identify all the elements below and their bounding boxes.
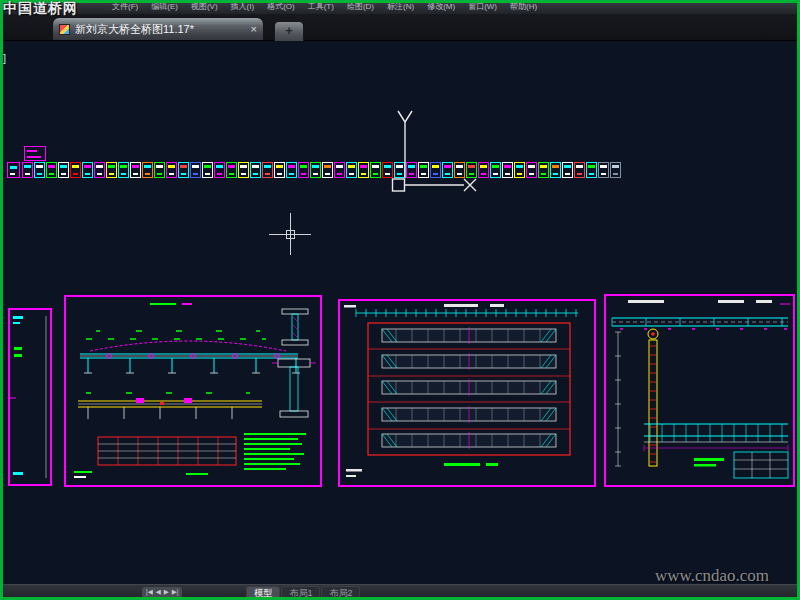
block-thumbnail[interactable]	[154, 162, 165, 178]
menu-item[interactable]: 编辑(E)	[151, 0, 178, 14]
block-thumbnail[interactable]	[538, 162, 549, 178]
block-thumbnail[interactable]	[598, 162, 609, 178]
block-thumbnail[interactable]	[586, 162, 597, 178]
block-thumbnail[interactable]	[118, 162, 129, 178]
drawing-sheet-bridge-elevation[interactable]	[64, 295, 322, 487]
sheet-d-drawing	[606, 296, 793, 485]
block-thumbnail[interactable]	[226, 162, 237, 178]
site-watermark-bottom: www.cndao.com	[655, 566, 769, 586]
menu-item[interactable]: 文件(F)	[112, 0, 138, 14]
drawing-sheet-a[interactable]	[8, 308, 52, 486]
pickbox-cursor	[286, 230, 295, 239]
drawing-sheet-pier-detail[interactable]	[604, 294, 795, 487]
document-tab-bar: 新刘京大桥全桥图11.17* × +	[0, 14, 800, 41]
layout-tab[interactable]: 布局2	[321, 586, 360, 599]
block-thumbnail[interactable]	[166, 162, 177, 178]
drawing-sheet-girder-table[interactable]	[338, 299, 596, 487]
layout-nav-icon[interactable]: |◀	[146, 589, 153, 596]
document-tab-active[interactable]: 新刘京大桥全桥图11.17* ×	[52, 17, 264, 40]
layout-nav-icon[interactable]: ▶	[164, 589, 169, 596]
site-watermark-top: 中国道桥网	[3, 0, 78, 18]
menu-item[interactable]: 帮助(H)	[510, 0, 537, 14]
block-thumbnail[interactable]	[550, 162, 561, 178]
block-thumbnail[interactable]	[190, 162, 201, 178]
block-thumbnail[interactable]	[334, 162, 345, 178]
sheet-b-drawing	[66, 297, 320, 485]
leader-entity-drawing	[380, 105, 485, 200]
block-thumbnail[interactable]	[298, 162, 309, 178]
document-tab-title: 新刘京大桥全桥图11.17*	[75, 22, 247, 37]
block-thumbnail[interactable]	[214, 162, 225, 178]
block-thumbnail[interactable]	[610, 162, 621, 178]
block-thumbnail[interactable]	[322, 162, 333, 178]
block-thumbnail[interactable]	[94, 162, 105, 178]
layout-nav-icon[interactable]: ▶|	[172, 589, 179, 596]
menu-item[interactable]: 格式(O)	[267, 0, 295, 14]
selected-block-icon[interactable]	[24, 146, 46, 161]
menu-item[interactable]: 视图(V)	[191, 0, 218, 14]
menu-item[interactable]: 修改(M)	[427, 0, 455, 14]
layout-tab[interactable]: 模型	[246, 586, 280, 599]
menu-item[interactable]: 绘图(D)	[347, 0, 374, 14]
block-thumbnail[interactable]	[70, 162, 81, 178]
block-thumbnail[interactable]	[82, 162, 93, 178]
block-thumbnail[interactable]	[514, 162, 525, 178]
block-thumbnail[interactable]	[262, 162, 273, 178]
menu-item[interactable]: 插入(I)	[231, 0, 255, 14]
block-thumbnail[interactable]	[22, 162, 33, 178]
block-thumbnail[interactable]	[286, 162, 297, 178]
block-thumbnail[interactable]	[274, 162, 285, 178]
block-thumbnail[interactable]	[142, 162, 153, 178]
thumbnail-strip	[22, 162, 621, 178]
block-thumbnail-first[interactable]	[7, 162, 20, 178]
block-thumbnail[interactable]	[58, 162, 69, 178]
block-thumbnail[interactable]	[202, 162, 213, 178]
toolbar-grip: ]	[3, 52, 6, 64]
menu-item[interactable]: 窗口(W)	[468, 0, 497, 14]
new-tab-button[interactable]: +	[274, 21, 304, 41]
block-thumbnail[interactable]	[574, 162, 585, 178]
cad-application-window: 文件(F)编辑(E)视图(V)插入(I)格式(O)工具(T)绘图(D)标注(N)…	[0, 0, 800, 600]
block-thumbnail[interactable]	[562, 162, 573, 178]
drawing-file-icon	[59, 24, 70, 35]
sheet-a-drawing	[10, 310, 50, 484]
layout-tab[interactable]: 布局1	[281, 586, 320, 599]
block-thumbnail[interactable]	[358, 162, 369, 178]
block-thumbnail[interactable]	[178, 162, 189, 178]
block-thumbnail[interactable]	[238, 162, 249, 178]
block-thumbnail[interactable]	[130, 162, 141, 178]
block-thumbnail[interactable]	[346, 162, 357, 178]
menu-bar: 文件(F)编辑(E)视图(V)插入(I)格式(O)工具(T)绘图(D)标注(N)…	[0, 0, 800, 14]
layout-nav-icon[interactable]: ◀	[156, 589, 161, 596]
menu-item[interactable]: 标注(N)	[387, 0, 414, 14]
block-thumbnail[interactable]	[46, 162, 57, 178]
layout-nav-buttons[interactable]: |◀◀▶▶|	[142, 587, 182, 598]
block-thumbnail[interactable]	[106, 162, 117, 178]
block-thumbnail[interactable]	[250, 162, 261, 178]
block-thumbnail[interactable]	[490, 162, 501, 178]
block-thumbnail[interactable]	[310, 162, 321, 178]
block-thumbnail[interactable]	[34, 162, 45, 178]
menu-item[interactable]: 工具(T)	[308, 0, 334, 14]
block-thumbnail[interactable]	[502, 162, 513, 178]
layout-tab-bar: |◀◀▶▶| 模型布局1布局2	[0, 584, 800, 600]
close-tab-icon[interactable]: ×	[251, 23, 257, 35]
layout-tabs: 模型布局1布局2	[246, 586, 360, 599]
block-thumbnail[interactable]	[526, 162, 537, 178]
sheet-c-drawing	[340, 301, 594, 485]
